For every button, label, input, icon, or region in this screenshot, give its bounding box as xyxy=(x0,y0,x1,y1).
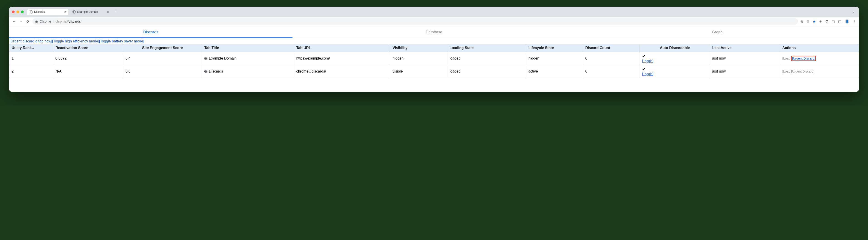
col-tab-title[interactable]: Tab Title xyxy=(202,44,294,52)
close-window-button[interactable] xyxy=(12,10,14,13)
bookmark-star-icon[interactable]: ★ xyxy=(813,20,816,24)
minimize-window-button[interactable] xyxy=(17,10,19,13)
urgent-discard-now-link[interactable]: [Urgent discard a tab now] xyxy=(9,39,52,43)
cell-lifecycle: hidden xyxy=(526,52,583,65)
col-tab-url[interactable]: Tab URL xyxy=(294,44,390,52)
cell-discard-count: 0 xyxy=(583,65,640,78)
cell-tab-url: https://example.com/ xyxy=(294,52,390,65)
cell-auto-discard: ✔ [Toggle] xyxy=(640,65,710,78)
close-tab-button[interactable]: × xyxy=(64,10,66,14)
check-icon: ✔ xyxy=(642,67,646,72)
share-icon[interactable]: ⇪ xyxy=(806,20,809,24)
cell-tab-title: Discards xyxy=(202,65,294,78)
toolbar-icons: ⊕ ⇪ ★ ✦ ⚗ ▢ ◫ 👤 ⋮ xyxy=(800,19,856,24)
nav-tabs: Discards Database Graph xyxy=(9,26,859,38)
cell-lifecycle: active xyxy=(526,65,583,78)
chromecast-icon[interactable]: ▢ xyxy=(832,20,835,24)
cell-loading: loaded xyxy=(447,52,526,65)
col-visibility[interactable]: Visibility xyxy=(390,44,447,52)
extensions-icon[interactable]: ✦ xyxy=(819,20,822,24)
page-content: Discards Database Graph [Urgent discard … xyxy=(9,26,859,92)
toggle-auto-discard-link[interactable]: [Toggle] xyxy=(642,59,653,63)
browser-tab-discards[interactable]: Discards × xyxy=(27,9,68,15)
toggle-battery-saver-link[interactable]: [Toggle battery saver mode] xyxy=(99,39,144,43)
sidepanel-icon[interactable]: ◫ xyxy=(838,20,842,24)
omnibox-url: chrome://discards xyxy=(55,20,81,23)
col-utility-rank[interactable]: Utility Rank▲ xyxy=(9,44,53,52)
omnibox-chrome-label: Chrome xyxy=(40,20,51,23)
urgent-discard-action-link[interactable]: [Urgent Discard] xyxy=(792,57,815,60)
forward-button[interactable]: → xyxy=(19,20,23,24)
cell-last-active: just now xyxy=(710,52,780,65)
kebab-menu-icon[interactable]: ⋮ xyxy=(852,20,856,24)
browser-window: Discards × Example Domain × + ⌄ ← → ⟳ ◉ … xyxy=(9,7,859,92)
cell-rank: 1 xyxy=(9,52,53,65)
labs-icon[interactable]: ⚗ xyxy=(825,20,828,24)
profile-avatar[interactable]: 👤 xyxy=(845,19,849,24)
cell-actions: [Load][Urgent Discard] xyxy=(780,65,859,78)
top-actions: [Urgent discard a tab now][Toggle high e… xyxy=(9,38,859,44)
globe-icon xyxy=(30,10,33,13)
cell-last-active: just now xyxy=(710,65,780,78)
cell-reactivation: N/A xyxy=(53,65,123,78)
browser-tab-example[interactable]: Example Domain × xyxy=(70,9,111,15)
urgent-discard-highlight: [Urgent Discard] xyxy=(791,56,816,61)
cell-engagement: 0.0 xyxy=(123,65,202,78)
col-reactivation[interactable]: Reactivation Score xyxy=(53,44,123,52)
table-row: 2 N/A 0.0 Discards chrome://discards/ vi… xyxy=(9,65,859,78)
zoom-icon[interactable]: ⊕ xyxy=(800,20,803,24)
tab-graph[interactable]: Graph xyxy=(576,26,859,38)
traffic-lights xyxy=(12,10,24,13)
table-row: 1 0.8372 6.4 Example Domain https://exam… xyxy=(9,52,859,65)
cell-loading: loaded xyxy=(447,65,526,78)
col-lifecycle[interactable]: Lifecycle State xyxy=(526,44,583,52)
chrome-icon: ◉ xyxy=(35,20,38,23)
load-action-link[interactable]: [Load] xyxy=(782,69,791,73)
close-tab-button[interactable]: × xyxy=(107,10,109,14)
cell-tab-url: chrome://discards/ xyxy=(294,65,390,78)
omnibox[interactable]: ◉ Chrome | chrome://discards xyxy=(32,18,798,25)
toggle-high-efficiency-link[interactable]: [Toggle high efficiency mode] xyxy=(52,39,99,43)
titlebar: Discards × Example Domain × + ⌄ xyxy=(9,7,859,17)
globe-icon xyxy=(204,70,208,73)
tab-database[interactable]: Database xyxy=(292,26,576,38)
col-loading[interactable]: Loading State xyxy=(447,44,526,52)
urgent-discard-action-link[interactable]: [Urgent Discard] xyxy=(791,69,814,73)
cell-visibility: visible xyxy=(390,65,447,78)
cell-discard-count: 0 xyxy=(583,52,640,65)
cell-tab-title: Example Domain xyxy=(202,52,294,65)
cell-rank: 2 xyxy=(9,65,53,78)
new-tab-button[interactable]: + xyxy=(113,9,119,14)
cell-auto-discard: ✔ [Toggle] xyxy=(640,52,710,65)
col-engagement[interactable]: Site Engagement Score xyxy=(123,44,202,52)
cell-actions: [Load][Urgent Discard] xyxy=(780,52,859,65)
cell-engagement: 6.4 xyxy=(123,52,202,65)
col-actions[interactable]: Actions xyxy=(780,44,859,52)
col-discard-count[interactable]: Discard Count xyxy=(583,44,640,52)
check-icon: ✔ xyxy=(642,54,646,59)
tab-discards[interactable]: Discards xyxy=(9,26,292,38)
toggle-auto-discard-link[interactable]: [Toggle] xyxy=(642,72,653,76)
load-action-link[interactable]: [Load] xyxy=(782,57,791,60)
globe-icon xyxy=(72,10,76,13)
col-auto-discard[interactable]: Auto Discardable xyxy=(640,44,710,52)
sort-asc-icon: ▲ xyxy=(32,47,34,50)
chevron-down-icon[interactable]: ⌄ xyxy=(852,10,856,14)
maximize-window-button[interactable] xyxy=(21,10,24,13)
reload-button[interactable]: ⟳ xyxy=(26,20,30,24)
back-button[interactable]: ← xyxy=(12,20,17,24)
toolbar: ← → ⟳ ◉ Chrome | chrome://discards ⊕ ⇪ ★… xyxy=(9,17,859,26)
tab-title: Example Domain xyxy=(77,10,98,13)
col-last-active[interactable]: Last Active xyxy=(710,44,780,52)
discards-table: Utility Rank▲ Reactivation Score Site En… xyxy=(9,44,859,78)
tab-title: Discards xyxy=(34,10,45,13)
cell-reactivation: 0.8372 xyxy=(53,52,123,65)
globe-icon xyxy=(204,57,208,60)
cell-visibility: hidden xyxy=(390,52,447,65)
